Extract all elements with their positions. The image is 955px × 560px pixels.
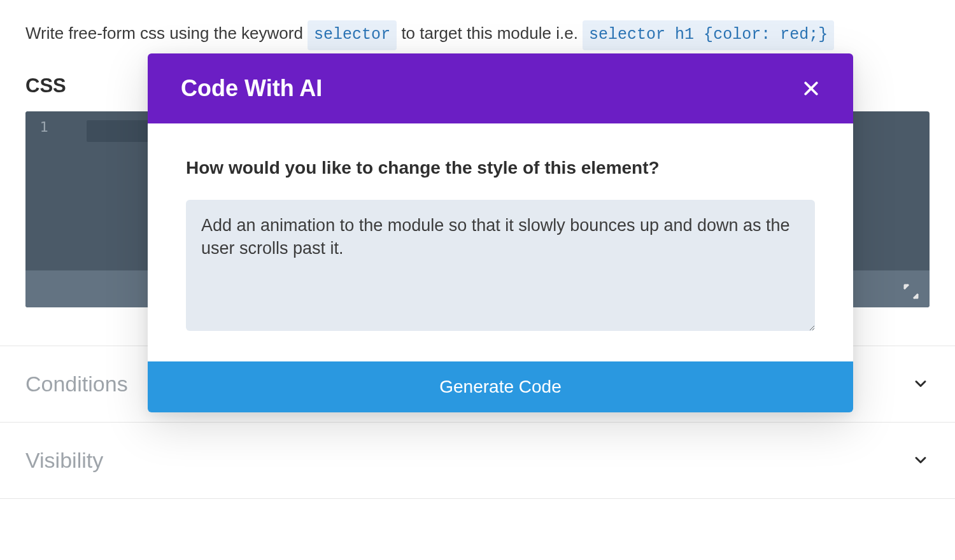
help-text-part1: Write free-form css using the keyword (25, 24, 308, 43)
accordion-visibility-label: Visibility (25, 448, 103, 473)
code-chip-selector: selector (308, 20, 397, 50)
code-with-ai-modal: Code With AI How would you like to chang… (148, 53, 853, 412)
close-button[interactable] (798, 76, 824, 101)
accordion-visibility[interactable]: Visibility (0, 423, 955, 499)
help-text-part2: to target this module i.e. (401, 24, 583, 43)
line-number-1: 1 (25, 119, 62, 135)
accordion-conditions-label: Conditions (25, 372, 128, 396)
css-help-text: Write free-form css using the keyword se… (25, 19, 930, 50)
ai-prompt-textarea[interactable] (186, 200, 815, 331)
modal-header: Code With AI (148, 53, 853, 123)
code-chip-example: selector h1 {color: red;} (583, 20, 834, 50)
editor-expand-icon[interactable] (902, 282, 921, 301)
modal-body: How would you like to change the style o… (148, 123, 853, 361)
chevron-down-icon (912, 375, 930, 393)
chevron-down-icon (912, 451, 930, 469)
modal-prompt-label: How would you like to change the style o… (186, 158, 815, 178)
modal-title: Code With AI (181, 75, 322, 102)
generate-code-button[interactable]: Generate Code (148, 361, 853, 412)
